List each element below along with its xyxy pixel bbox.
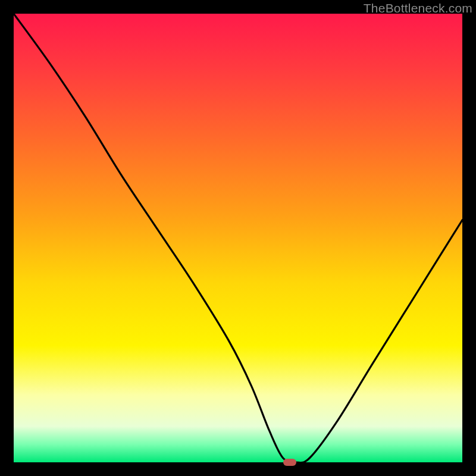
plot-area	[14, 14, 462, 462]
chart-frame: TheBottleneck.com	[0, 0, 476, 476]
bottleneck-curve	[14, 14, 462, 462]
optimal-marker	[283, 459, 296, 466]
curve-svg	[14, 14, 462, 462]
